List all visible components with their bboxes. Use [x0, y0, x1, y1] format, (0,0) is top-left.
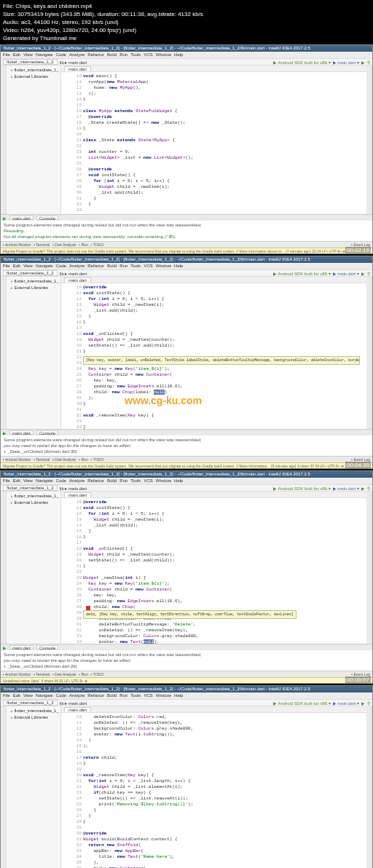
run-icon[interactable]: ▶: [361, 60, 365, 65]
menubar[interactable]: FileEditViewNavigateCodeAnalyzeRefactorB…: [1, 693, 372, 699]
menubar[interactable]: FileEditViewNavigateCodeAnalyzeRefactorB…: [1, 478, 372, 484]
menu-vcs[interactable]: VCS: [144, 264, 152, 268]
menu-edit[interactable]: Edit: [13, 693, 20, 698]
menu-build[interactable]: Build: [107, 264, 117, 268]
menu-tools[interactable]: Tools: [130, 264, 141, 268]
menu-window[interactable]: Window: [156, 264, 171, 268]
menu-code[interactable]: Code: [56, 52, 66, 57]
menu-file[interactable]: File: [3, 693, 10, 698]
file-tabs[interactable]: main.dart: [61, 706, 366, 713]
left-strip[interactable]: [1, 66, 7, 214]
device-selector[interactable]: ▶ Android SDK built for x86 ▾: [273, 60, 330, 65]
left-strip[interactable]: [1, 277, 7, 429]
menu-build[interactable]: Build: [107, 52, 117, 57]
bottom-toolbar[interactable]: ▪ Android Monitor▪ Terminal▪ Dart Analys…: [1, 671, 372, 677]
left-strip[interactable]: [1, 492, 7, 644]
menu-vcs[interactable]: VCS: [144, 52, 152, 57]
bottombar-item[interactable]: ▪ Android Monitor: [3, 457, 31, 462]
menu-window[interactable]: Window: [156, 52, 171, 57]
menu-window[interactable]: Window: [156, 693, 171, 698]
menu-refactor[interactable]: Refactor: [87, 693, 104, 698]
bottombar-item[interactable]: ▪ Android Monitor: [3, 242, 31, 247]
menu-window[interactable]: Window: [156, 478, 171, 483]
menu-navigate[interactable]: Navigate: [36, 693, 53, 698]
bottombar-item[interactable]: ▪ Terminal: [34, 457, 50, 462]
menu-tools[interactable]: Tools: [130, 693, 141, 698]
debug-icon[interactable]: ⚲: [367, 60, 370, 65]
menu-refactor[interactable]: Refactor: [87, 52, 104, 57]
menu-navigate[interactable]: Navigate: [36, 52, 53, 57]
bottombar-item[interactable]: ▪ Android Monitor: [3, 672, 31, 676]
console-tabs[interactable]: ▶ main.dartConsole: [1, 430, 372, 435]
project-tab[interactable]: flutter_intermediate_1_2: [3, 59, 58, 65]
bottombar-item[interactable]: ▪ Terminal: [34, 672, 50, 676]
debug-icon[interactable]: ⚲: [367, 701, 370, 706]
debug-icon[interactable]: ⚲: [367, 486, 370, 491]
menu-run[interactable]: Run: [119, 52, 127, 57]
bottombar-item[interactable]: ▪ Run: [79, 672, 88, 676]
menu-run[interactable]: Run: [119, 693, 127, 698]
file-tab-main[interactable]: main.dart: [64, 277, 91, 283]
code-editor[interactable]: 10 11 12 13 14 15 16 17 18 19 20 21 22 2…: [61, 713, 366, 868]
run-config[interactable]: ▶ main.dart ▾: [333, 271, 359, 276]
project-root[interactable]: flutter_intermediate_1_2: [8, 278, 59, 285]
project-tree[interactable]: flutter_intermediate_1_2 External Librar…: [7, 492, 61, 644]
console-tab[interactable]: main.dart: [9, 216, 34, 220]
menu-file[interactable]: File: [3, 52, 10, 57]
project-root[interactable]: flutter_intermediate_1_2: [8, 493, 59, 500]
menu-refactor[interactable]: Refactor: [87, 478, 104, 483]
project-tree[interactable]: flutter_intermediate_1_2 External Librar…: [7, 706, 61, 868]
menu-run[interactable]: Run: [119, 264, 127, 268]
menu-code[interactable]: Code: [56, 478, 66, 483]
console-tab[interactable]: Console: [36, 216, 58, 220]
right-strip[interactable]: [366, 492, 372, 644]
menu-navigate[interactable]: Navigate: [36, 478, 53, 483]
menu-tools[interactable]: Tools: [130, 478, 141, 483]
menu-analyze[interactable]: Analyze: [69, 693, 85, 698]
console-tab[interactable]: main.dart: [9, 430, 34, 435]
device-selector[interactable]: ▶ Android SDK built for x86 ▾: [273, 701, 330, 706]
menu-analyze[interactable]: Analyze: [69, 478, 85, 483]
menu-view[interactable]: View: [23, 478, 33, 483]
file-tabs[interactable]: main.dart: [61, 66, 366, 72]
menu-help[interactable]: Help: [174, 693, 183, 698]
menu-view[interactable]: View: [23, 264, 33, 268]
menu-edit[interactable]: Edit: [13, 478, 20, 483]
run-config[interactable]: ▶ main.dart ▾: [333, 701, 359, 706]
left-strip[interactable]: [1, 706, 7, 868]
menubar[interactable]: FileEditViewNavigateCodeAnalyzeRefactorB…: [1, 263, 372, 269]
console-tabs[interactable]: ▶ main.dartConsole: [1, 215, 372, 221]
project-tree[interactable]: flutter_intermediate_1_2 External Librar…: [7, 277, 61, 429]
bottombar-item[interactable]: ▪ TODO: [91, 457, 103, 462]
bottombar-item[interactable]: ▪ Run: [79, 242, 88, 247]
menu-help[interactable]: Help: [174, 52, 183, 57]
file-tabs[interactable]: main.dart: [61, 492, 366, 498]
external-libs[interactable]: External Libraries: [8, 500, 59, 506]
menu-code[interactable]: Code: [56, 264, 66, 268]
run-icon[interactable]: ▶: [361, 271, 365, 276]
console-output[interactable]: Some program elements were changed durin…: [1, 221, 372, 241]
menu-help[interactable]: Help: [174, 478, 183, 483]
run-config[interactable]: ▶ main.dart ▾: [333, 486, 359, 491]
project-root[interactable]: flutter_intermediate_1_2: [8, 708, 59, 714]
bottombar-item[interactable]: ▪ Run: [79, 457, 88, 462]
menu-navigate[interactable]: Navigate: [36, 264, 53, 268]
menu-code[interactable]: Code: [56, 693, 66, 698]
external-libs[interactable]: External Libraries: [8, 714, 59, 721]
code-editor[interactable]: 10 11 12 13 14 15 16 17 18 19 20 21 22 2…: [61, 72, 366, 214]
project-tree[interactable]: flutter_intermediate_1_2 External Librar…: [7, 66, 61, 214]
menu-tools[interactable]: Tools: [130, 52, 141, 57]
menubar[interactable]: FileEditViewNavigateCodeAnalyzeRefactorB…: [1, 52, 372, 58]
console-tab[interactable]: Console: [36, 430, 58, 435]
menu-file[interactable]: File: [3, 478, 10, 483]
run-icon[interactable]: ▶: [361, 486, 365, 491]
file-tabs[interactable]: main.dart: [61, 277, 366, 283]
bottombar-item[interactable]: ▪ Dart Analysis: [52, 242, 76, 247]
device-selector[interactable]: ▶ Android SDK built for x86 ▾: [273, 486, 330, 491]
menu-analyze[interactable]: Analyze: [69, 52, 85, 57]
menu-run[interactable]: Run: [119, 478, 127, 483]
run-config[interactable]: ▶ main.dart ▾: [333, 60, 359, 65]
menu-analyze[interactable]: Analyze: [69, 264, 85, 268]
bottombar-item[interactable]: ▪ Terminal: [34, 242, 50, 247]
menu-build[interactable]: Build: [107, 478, 117, 483]
